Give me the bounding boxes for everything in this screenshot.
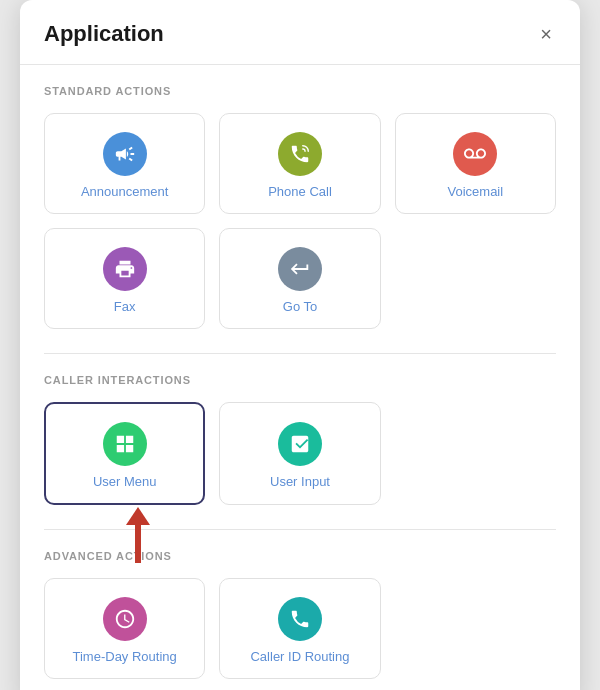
user-input-label: User Input (270, 474, 330, 489)
standard-actions-section: STANDARD ACTIONS Announcement (20, 65, 580, 353)
announcement-card[interactable]: Announcement (44, 113, 205, 214)
fax-card[interactable]: Fax (44, 228, 205, 329)
advanced-actions-grid: Time-Day Routing Caller ID Routing (44, 578, 556, 679)
go-to-icon (278, 247, 322, 291)
caller-interactions-label: CALLER INTERACTIONS (44, 374, 556, 386)
modal-title: Application (44, 21, 164, 47)
close-button[interactable]: × (536, 20, 556, 48)
user-menu-icon (103, 422, 147, 466)
arrow-shaft (135, 525, 141, 563)
caller-id-routing-icon (278, 597, 322, 641)
phone-call-card[interactable]: Phone Call (219, 113, 380, 214)
user-menu-card[interactable]: User Menu (44, 402, 205, 505)
application-modal: Application × STANDARD ACTIONS Announcem… (20, 0, 580, 690)
advanced-actions-section: ADVANCED ACTIONS Time-Day Routing Caller… (20, 530, 580, 690)
time-day-routing-label: Time-Day Routing (73, 649, 177, 664)
phone-call-label: Phone Call (268, 184, 332, 199)
advanced-actions-label: ADVANCED ACTIONS (44, 550, 556, 562)
user-menu-label: User Menu (93, 474, 157, 489)
user-input-icon (278, 422, 322, 466)
caller-id-routing-card[interactable]: Caller ID Routing (219, 578, 380, 679)
go-to-label: Go To (283, 299, 317, 314)
announcement-label: Announcement (81, 184, 168, 199)
time-day-routing-icon (103, 597, 147, 641)
time-day-routing-card[interactable]: Time-Day Routing (44, 578, 205, 679)
modal-header: Application × (20, 0, 580, 65)
voicemail-card[interactable]: Voicemail (395, 113, 556, 214)
voicemail-label: Voicemail (448, 184, 504, 199)
announcement-icon (103, 132, 147, 176)
caller-interactions-section: CALLER INTERACTIONS User Menu User Input (20, 354, 580, 529)
phone-call-icon (278, 132, 322, 176)
go-to-card[interactable]: Go To (219, 228, 380, 329)
fax-icon (103, 247, 147, 291)
caller-interactions-grid: User Menu User Input (44, 402, 556, 505)
arrow-head (126, 507, 150, 525)
caller-id-routing-label: Caller ID Routing (250, 649, 349, 664)
fax-label: Fax (114, 299, 136, 314)
standard-actions-label: STANDARD ACTIONS (44, 85, 556, 97)
user-input-card[interactable]: User Input (219, 402, 380, 505)
voicemail-icon (453, 132, 497, 176)
standard-actions-grid: Announcement Phone Call (44, 113, 556, 329)
up-arrow (126, 507, 150, 563)
